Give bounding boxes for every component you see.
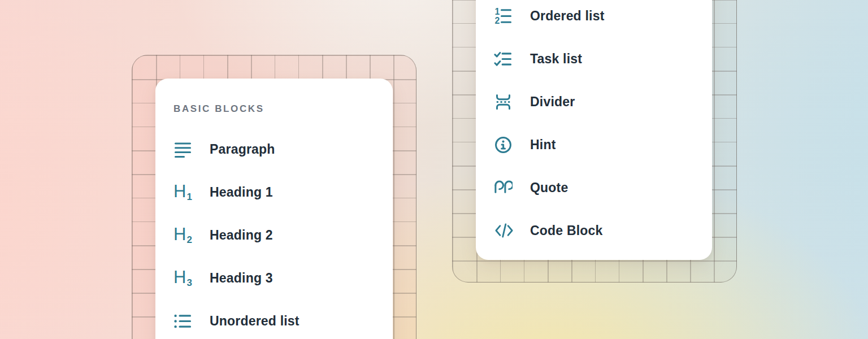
menu-item-heading-2[interactable]: H2 Heading 2: [173, 214, 375, 257]
menu-item-hint[interactable]: Hint: [494, 123, 694, 166]
blocks-menu-continued: 12 Ordered list Task list Divider Hint Q…: [476, 0, 712, 260]
heading-1-icon: H1: [173, 182, 194, 202]
heading-3-icon: H3: [173, 268, 194, 288]
menu-item-code-block[interactable]: Code Block: [494, 209, 694, 252]
menu-item-quote[interactable]: Quote: [494, 166, 694, 209]
ordered-list-icon: 12: [494, 7, 514, 25]
svg-text:1: 1: [494, 7, 500, 16]
unordered-list-icon: [173, 312, 194, 331]
hint-icon: [494, 136, 514, 154]
divider-icon: [494, 93, 514, 111]
basic-blocks-menu: BASIC BLOCKS Paragraph H1 Heading 1 H2 H…: [155, 79, 393, 339]
menu-item-ordered-list[interactable]: 12 Ordered list: [494, 0, 694, 37]
menu-item-divider[interactable]: Divider: [494, 80, 694, 123]
task-list-icon: [494, 50, 514, 68]
code-block-icon: [494, 222, 514, 239]
section-label-basic-blocks: BASIC BLOCKS: [173, 102, 375, 116]
quote-icon: [494, 179, 514, 196]
menu-list-left: Paragraph H1 Heading 1 H2 Heading 2 H3 H…: [173, 128, 375, 339]
paragraph-icon: [173, 140, 194, 159]
menu-item-task-list[interactable]: Task list: [494, 37, 694, 80]
heading-2-icon: H2: [173, 225, 194, 245]
menu-item-unordered-list[interactable]: Unordered list: [173, 299, 375, 339]
menu-item-heading-3[interactable]: H3 Heading 3: [173, 257, 375, 299]
hero-illustration: BASIC BLOCKS Paragraph H1 Heading 1 H2 H…: [0, 0, 868, 339]
menu-item-paragraph[interactable]: Paragraph: [173, 128, 375, 171]
menu-list-right: 12 Ordered list Task list Divider Hint Q…: [494, 0, 694, 252]
menu-item-heading-1[interactable]: H1 Heading 1: [173, 171, 375, 214]
svg-text:2: 2: [494, 16, 500, 25]
